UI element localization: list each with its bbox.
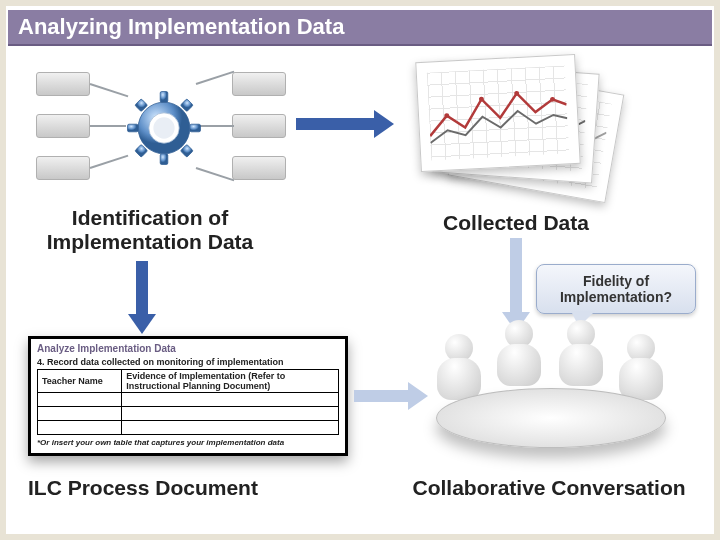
doc-footnote: *Or insert your own table that captures … (37, 438, 339, 447)
meeting-scene (426, 328, 676, 468)
gear-input-node (36, 114, 90, 138)
gear-output-node (232, 156, 286, 180)
doc-col2: Evidence of Implementation (Refer to Ins… (122, 370, 339, 393)
gear-diagram (36, 64, 286, 194)
doc-col1: Teacher Name (38, 370, 122, 393)
doc-heading: Analyze Implementation Data (37, 343, 339, 354)
gear-output-node (232, 114, 286, 138)
title-bar: Analyzing Implementation Data (8, 10, 712, 46)
svg-rect-3 (128, 124, 139, 132)
gear-icon (126, 90, 202, 166)
caption-bottom-left: ILC Process Document (28, 476, 308, 500)
slide-title: Analyzing Implementation Data (18, 14, 344, 40)
doc-table: Teacher Name Evidence of Implementation … (37, 369, 339, 435)
arrow-right-icon (296, 118, 376, 130)
process-document: Analyze Implementation Data 4. Record da… (28, 336, 348, 456)
speech-bubble: Fidelity of Implementation? (536, 264, 696, 314)
svg-rect-1 (160, 92, 168, 103)
chart-papers (406, 56, 636, 206)
gear-input-node (36, 156, 90, 180)
caption-top-right: Collected Data (406, 211, 626, 235)
svg-rect-2 (160, 154, 168, 165)
gear-output-node (232, 72, 286, 96)
svg-rect-4 (190, 124, 201, 132)
caption-bottom-right: Collaborative Conversation (394, 476, 704, 500)
arrow-down-icon (510, 238, 522, 314)
doc-step: 4. Record data collected on monitoring o… (37, 357, 339, 367)
arrow-down-icon (136, 261, 148, 316)
bubble-text: Fidelity of Implementation? (537, 273, 695, 305)
caption-top-left: Identification of Implementation Data (30, 206, 270, 254)
slide: Analyzing Implementation Data (0, 0, 720, 540)
arrow-right-icon (354, 390, 410, 402)
meeting-table (436, 388, 666, 448)
svg-point-10 (153, 117, 174, 138)
gear-input-node (36, 72, 90, 96)
